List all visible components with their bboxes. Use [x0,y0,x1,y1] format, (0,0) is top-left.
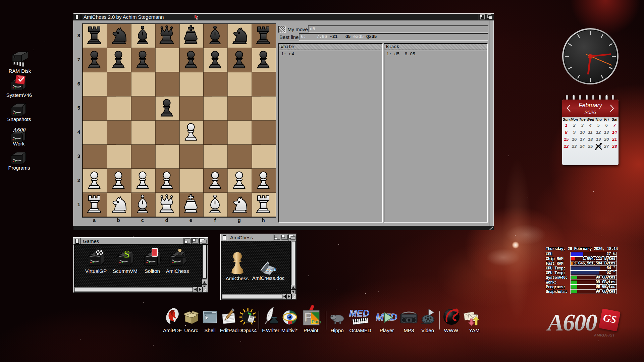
svg-text:ASCII: ASCII [265,267,277,273]
svg-text:Paint: Paint [312,319,321,324]
svg-text:MED: MED [349,308,369,318]
svg-text:S: S [124,249,130,260]
